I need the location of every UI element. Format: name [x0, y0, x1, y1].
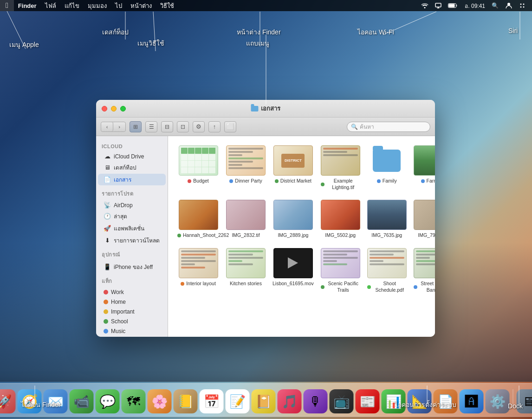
dock-music-icon: 🎵 — [281, 394, 298, 409]
menubar-file[interactable]: ไฟล์ — [41, 0, 60, 11]
airplay-icon[interactable] — [432, 0, 444, 11]
dock-appstore[interactable]: 🅰 — [460, 389, 484, 413]
dock-systemprefs[interactable]: ⚙️ — [486, 389, 510, 413]
dock-photos[interactable]: 🌸 — [148, 389, 172, 413]
file-name-family: Family — [377, 178, 397, 184]
file-item-farm[interactable]: Farm.jpg — [411, 143, 435, 193]
sidebar-tag-work[interactable]: Work — [98, 288, 166, 297]
menubar-help[interactable]: วิธีใช้ — [156, 0, 178, 11]
close-button[interactable] — [102, 106, 107, 111]
menubar-edit[interactable]: แก้ไข — [60, 0, 84, 11]
search-bar[interactable]: 🔍 ค้นหา — [347, 122, 430, 132]
file-thumbnail-farm — [414, 145, 435, 176]
file-item-budget[interactable]: Budget — [175, 143, 221, 193]
annotation-menu-bar: แถบเมนู — [246, 38, 269, 48]
file-item-scenic[interactable]: Scenic Pacific Trails — [318, 246, 363, 295]
tags-button[interactable]: ⬜ — [224, 121, 236, 132]
file-dot — [275, 179, 279, 183]
file-item-img7932[interactable]: IMG_7932.jpg — [411, 197, 435, 241]
dock-news[interactable]: 📰 — [356, 389, 380, 413]
file-item-img5502[interactable]: IMG_5502.jpg — [318, 197, 363, 241]
file-thumbnail-hannah — [179, 200, 218, 230]
svg-point-18 — [523, 7, 525, 8]
sidebar-documents[interactable]: 📄 เอกสาร — [98, 174, 166, 185]
menubar-go[interactable]: ไป — [111, 0, 126, 11]
share-button[interactable]: ↑ — [208, 121, 221, 132]
sidebar-tag-travel[interactable]: Travel — [98, 336, 166, 337]
menubar-view[interactable]: มุมมอง — [84, 0, 111, 11]
file-item-img7635[interactable]: IMG_7635.jpg — [365, 197, 409, 241]
dock-photos-icon: 🌸 — [151, 394, 168, 409]
file-item-img2889[interactable]: IMG_2889.jpg — [270, 197, 316, 241]
file-item-family[interactable]: Family — [365, 143, 409, 193]
user-icon[interactable] — [502, 0, 515, 11]
window-title: เอกสาร — [251, 104, 280, 113]
file-item-interior[interactable]: Interior layout — [175, 246, 221, 295]
sidebar-label: iPhone ของ Jeff — [114, 262, 153, 271]
file-item-lighting[interactable]: Example Lighting.tif — [318, 143, 363, 193]
file-dot — [177, 234, 181, 237]
dock-appletv[interactable]: 📺 — [330, 389, 354, 413]
sidebar-tag-important[interactable]: Important — [98, 307, 166, 316]
menubar-finder[interactable]: Finder — [14, 0, 41, 11]
sidebar-airdrop[interactable]: 📡 AirDrop — [98, 200, 166, 210]
dock-maps[interactable]: 🗺 — [122, 389, 146, 413]
file-thumbnail-shoot — [367, 248, 407, 278]
sidebar-icloud-drive[interactable]: ☁ iCloud Drive — [98, 151, 166, 161]
maximize-button[interactable] — [120, 106, 126, 111]
tag-label: School — [111, 318, 128, 325]
forward-button[interactable]: › — [113, 122, 125, 131]
file-name-kitchen: Kitchen stories — [230, 281, 262, 287]
dock-messages[interactable]: 💬 — [96, 389, 120, 413]
sort-button[interactable]: ⚙ — [193, 121, 205, 132]
dock-facetime[interactable]: 📹 — [70, 389, 94, 413]
column-view-button[interactable]: ⊟ — [161, 121, 173, 132]
menubar-window[interactable]: หน้าต่าง — [126, 0, 156, 11]
sidebar-desktop[interactable]: 🖥 เดสก์ทีอป — [98, 162, 166, 173]
minimize-button[interactable] — [111, 106, 117, 111]
file-item-kitchen[interactable]: Kitchen stories — [224, 246, 268, 295]
sidebar-label: เอกสาร — [114, 175, 131, 184]
dock-calendar[interactable]: 📅 — [200, 389, 224, 413]
sidebar-iphone[interactable]: 📱 iPhone ของ Jeff — [98, 261, 166, 273]
annotation-finder-icon: ไอคอน Finder — [21, 399, 61, 410]
gallery-view-button[interactable]: ⊡ — [177, 121, 189, 132]
finder-titlebar: เอกสาร — [96, 100, 435, 118]
wifi-icon[interactable] — [418, 0, 431, 11]
file-item-hannah[interactable]: Hannah_Shoot_2262 — [175, 197, 221, 241]
file-item-img2832[interactable]: IMG_2832.tif — [224, 197, 268, 241]
dock-podcasts[interactable]: 🎙 — [304, 389, 328, 413]
file-item-dinner[interactable]: Dinner Party — [224, 143, 268, 193]
file-name-shoot: Shoot Schedule.pdf — [367, 281, 407, 293]
dock-reminders[interactable]: 📝 — [226, 389, 250, 413]
sidebar-tag-home[interactable]: Home — [98, 297, 166, 307]
sidebar-recents[interactable]: 🕐 ล่าสุด — [98, 210, 166, 222]
documents-icon: 📄 — [104, 176, 111, 183]
back-button[interactable]: ‹ — [101, 122, 113, 131]
file-item-district[interactable]: DISTRICT District Market — [270, 143, 316, 193]
dock-screentime[interactable]: 🖥 — [517, 389, 532, 413]
sidebar-tag-school[interactable]: School — [98, 317, 166, 326]
control-center-icon[interactable] — [516, 0, 528, 11]
sidebar-tag-music[interactable]: Music — [98, 327, 166, 336]
apple-menu-button[interactable]:  — [0, 0, 14, 11]
annotation-use-menu: เมนูวิธีใช้ — [137, 38, 164, 48]
file-item-street[interactable]: Street Food in Bangkok — [411, 246, 435, 295]
sidebar-downloads[interactable]: ⬇ รายการดาวน์โหลด — [98, 235, 166, 246]
dock-music[interactable]: 🎵 — [278, 389, 302, 413]
dock-notes[interactable]: 📔 — [252, 389, 276, 413]
file-item-shoot[interactable]: Shoot Schedule.pdf — [365, 246, 409, 295]
search-menubar-icon[interactable]: 🔍 — [489, 0, 501, 11]
dock-launchpad[interactable]: 🚀 — [0, 389, 16, 413]
list-view-button[interactable]: ☰ — [145, 121, 157, 132]
file-grid[interactable]: Budget — [168, 136, 435, 337]
search-placeholder: ค้นหา — [360, 122, 374, 131]
file-thumbnail-img7635 — [367, 200, 407, 230]
file-name-dinner: Dinner Party — [229, 178, 262, 184]
file-item-lisbon[interactable]: Lisbon_61695.mov — [270, 246, 316, 295]
dock-facetime-icon: 📹 — [73, 394, 90, 409]
dock-contacts[interactable]: 📒 — [174, 389, 198, 413]
icon-view-button[interactable]: ⊞ — [130, 121, 142, 132]
tags-header: แท็ก — [96, 273, 168, 287]
sidebar-applications[interactable]: 🚀 แอพพลิเคชั่น — [98, 223, 166, 234]
